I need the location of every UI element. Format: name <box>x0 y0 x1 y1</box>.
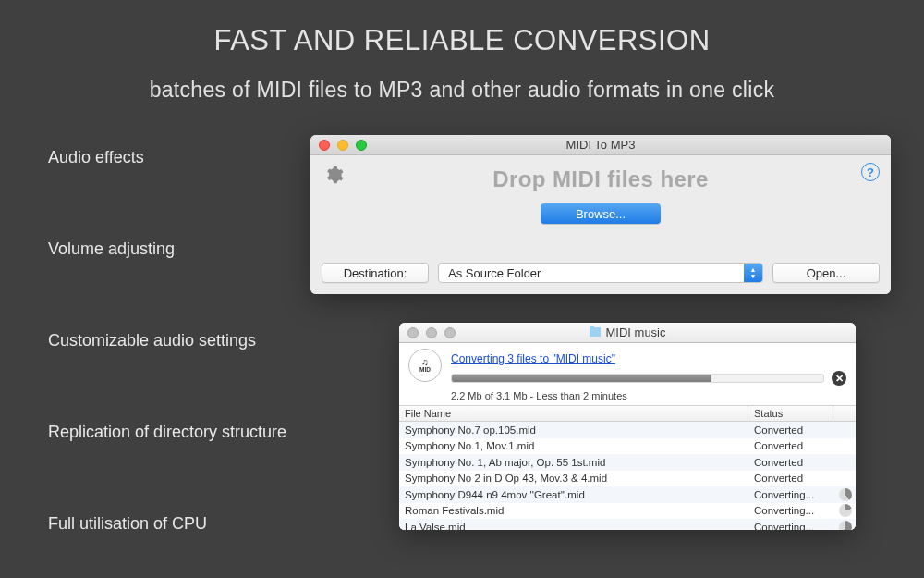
cell-status: Converted <box>748 440 833 451</box>
close-icon[interactable] <box>319 140 330 151</box>
spinner-icon <box>839 504 852 517</box>
cell-status: Converted <box>748 473 833 484</box>
spinner-icon <box>839 521 852 530</box>
progress-window-title-text: MIDI music <box>606 326 666 339</box>
file-table: File Name Status Symphony No.7 op.105.mi… <box>399 405 856 530</box>
cell-progress-icon <box>833 488 856 501</box>
close-icon[interactable] <box>407 327 419 338</box>
cancel-icon[interactable]: ✕ <box>832 371 846 386</box>
cell-status: Converted <box>748 424 833 436</box>
cell-file-name: Symphony D944 n9 4mov ''Great''.mid <box>399 489 748 500</box>
hero-title: FAST AND RELIABLE CONVERSION <box>0 0 924 57</box>
cell-file-name: Roman Festivals.mid <box>399 505 748 516</box>
cell-file-name: Symphony No 2 in D Op 43, Mov.3 & 4.mid <box>399 473 748 484</box>
cell-file-name: Symphony No.7 op.105.mid <box>399 424 748 436</box>
feature-list: Audio effects Volume adjusting Customiza… <box>48 148 286 578</box>
chevron-up-down-icon: ▲▼ <box>744 264 762 282</box>
destination-popup[interactable]: As Source Folder ▲▼ <box>438 263 763 283</box>
cell-status: Converted <box>748 457 833 468</box>
titlebar[interactable]: MIDI To MP3 <box>310 135 891 155</box>
window-title: MIDI music <box>399 326 856 340</box>
drop-zone-label: Drop MIDI files here <box>310 155 891 192</box>
traffic-lights <box>319 140 367 151</box>
table-row[interactable]: Symphony No 2 in D Op 43, Mov.3 & 4.midC… <box>399 471 856 487</box>
header-status[interactable]: Status <box>748 406 833 421</box>
table-row[interactable]: Symphony No.1, Mov.1.midConverted <box>399 438 856 455</box>
feature-item: Customizable audio settings <box>48 331 286 350</box>
table-row[interactable]: Roman Festivals.midConverting... <box>399 503 856 520</box>
progress-bar <box>451 374 824 383</box>
minimize-icon[interactable] <box>426 327 437 338</box>
header-file-name[interactable]: File Name <box>399 406 748 421</box>
cell-file-name: La Valse.mid <box>399 522 748 530</box>
window-title: MIDI To MP3 <box>310 138 891 152</box>
cell-status: Converting... <box>748 489 833 500</box>
hero-subtitle: batches of MIDI files to MP3 and other a… <box>0 78 924 103</box>
feature-item: Replication of directory structure <box>48 423 286 442</box>
table-row[interactable]: Symphony No. 1, Ab major, Op. 55 1st.mid… <box>399 454 856 471</box>
table-row[interactable]: Symphony D944 n9 4mov ''Great''.midConve… <box>399 486 856 503</box>
gear-icon[interactable] <box>323 165 344 185</box>
open-button[interactable]: Open... <box>772 263 880 283</box>
cell-file-name: Symphony No.1, Mov.1.mid <box>399 440 748 451</box>
cell-progress-icon <box>833 521 856 530</box>
titlebar[interactable]: MIDI music <box>399 323 856 343</box>
feature-item: Full utilisation of CPU <box>48 514 286 534</box>
spinner-icon <box>839 488 852 501</box>
midi-badge-label: MID <box>419 367 431 374</box>
zoom-icon[interactable] <box>444 327 456 338</box>
midi-file-icon: ♫ MID <box>408 349 442 382</box>
converting-link[interactable]: Converting 3 files to "MIDI music" <box>451 352 615 365</box>
zoom-icon[interactable] <box>356 140 367 151</box>
help-icon[interactable]: ? <box>861 163 880 181</box>
progress-status-text: 2.2 Mb of 3.1 Mb - Less than 2 minutes <box>451 390 846 401</box>
destination-value: As Source Folder <box>448 266 541 280</box>
cell-status: Converting... <box>748 505 833 516</box>
cell-file-name: Symphony No. 1, Ab major, Op. 55 1st.mid <box>399 457 748 468</box>
minimize-icon[interactable] <box>337 140 348 151</box>
cell-progress-icon <box>833 504 856 517</box>
table-row[interactable]: La Valse.midConverting... <box>399 519 856 530</box>
traffic-lights <box>407 327 456 338</box>
progress-window: MIDI music ♫ MID Converting 3 files to "… <box>399 323 856 530</box>
main-window: MIDI To MP3 ? Drop MIDI files here Brows… <box>310 135 891 294</box>
feature-item: Volume adjusting <box>48 240 286 259</box>
feature-item: Audio effects <box>48 148 286 167</box>
browse-button[interactable]: Browse... <box>541 203 661 224</box>
table-header: File Name Status <box>399 406 856 422</box>
destination-button[interactable]: Destination: <box>322 263 429 283</box>
table-row[interactable]: Symphony No.7 op.105.midConverted <box>399 422 856 438</box>
cell-status: Converting... <box>748 522 833 530</box>
folder-icon <box>590 327 601 337</box>
